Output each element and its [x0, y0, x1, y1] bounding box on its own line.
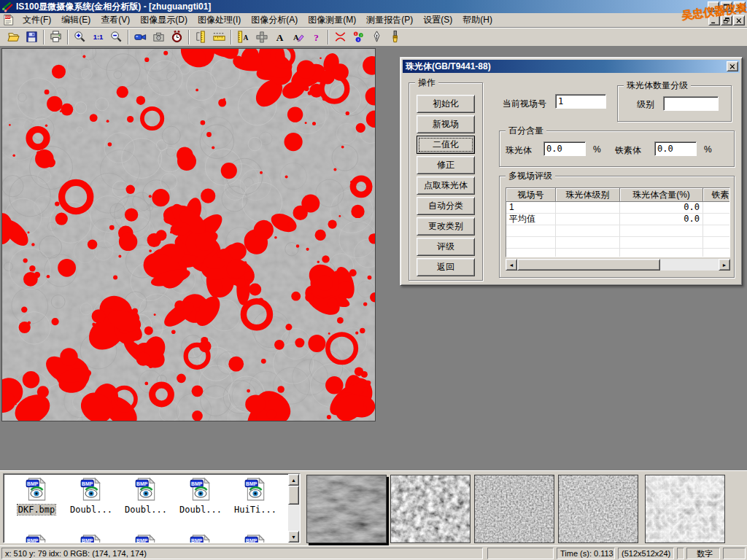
table-row[interactable]: [506, 225, 729, 237]
op-button-4[interactable]: 修正: [417, 156, 475, 174]
zoom-in-button[interactable]: [71, 28, 89, 45]
table-header-row: 视场号珠光体级别珠光体含量(%)铁素体: [506, 188, 729, 202]
menu-item-6[interactable]: 图像分析(A): [246, 12, 303, 28]
menu-item-3[interactable]: 查看(V): [96, 12, 135, 28]
op-button-8[interactable]: 评级: [417, 238, 475, 256]
annotate-button[interactable]: A: [289, 28, 307, 45]
camera-icon: [152, 30, 166, 44]
op-button-2[interactable]: 新视场: [417, 115, 475, 133]
curve-tool-button[interactable]: [331, 28, 349, 45]
table-row[interactable]: [506, 249, 729, 257]
text-label-button[interactable]: A: [271, 28, 289, 45]
table-cell: [703, 237, 730, 249]
svg-text:DOC: DOC: [4, 15, 12, 19]
file-item[interactable]: BMP: [174, 534, 227, 543]
table-cell: 0.0: [620, 214, 703, 225]
table-row[interactable]: 平均值0.0: [506, 214, 729, 225]
menu-item-10[interactable]: 帮助(H): [457, 12, 498, 28]
pen-button[interactable]: [368, 28, 386, 45]
dialog-title-bar[interactable]: 珠光体(GB/T9441-88): [403, 60, 740, 73]
percent-group: 百分含量 珠光体 % 铁素体 %: [499, 131, 735, 167]
op-button-6[interactable]: 自动分类: [417, 197, 475, 215]
op-button-5[interactable]: 点取珠光体: [417, 176, 475, 195]
level-input[interactable]: [663, 96, 719, 111]
op-button-9[interactable]: 返回: [417, 258, 475, 276]
actual-size-icon: 1:1: [91, 30, 105, 44]
svg-text:BMP: BMP: [136, 538, 148, 543]
preview-thumbnail-1[interactable]: [306, 475, 387, 543]
svg-text:?: ?: [314, 32, 319, 43]
pearlite-percent-input[interactable]: [543, 141, 586, 156]
table-row[interactable]: 10.0: [506, 202, 729, 214]
menu-item-7[interactable]: 图像测量(M): [303, 12, 361, 28]
dialog-close-button[interactable]: [727, 61, 738, 71]
preview-thumbnail-5[interactable]: [645, 475, 725, 543]
file-item[interactable]: BMPHuiTi...: [229, 477, 282, 515]
window-title: IS100显微摄像系统(金相分析版) - [zhuguangti01]: [16, 1, 211, 13]
scrollbar-thumb[interactable]: [288, 486, 299, 505]
preview-thumbnail-3[interactable]: [474, 475, 554, 543]
table-row[interactable]: [506, 237, 729, 249]
timer-button[interactable]: [168, 28, 186, 45]
merge-grid-button[interactable]: [252, 28, 271, 45]
scroll-left-icon[interactable]: ◄: [506, 259, 517, 271]
ferrite-percent-input[interactable]: [654, 141, 697, 156]
file-item[interactable]: BMP: [120, 534, 172, 543]
table-column-header[interactable]: 视场号: [506, 188, 556, 202]
status-bar: x: 510 y: 79 idx: 0 RGB: (174, 174, 174)…: [0, 545, 747, 560]
menu-item-2[interactable]: 编辑(E): [56, 12, 96, 28]
ruler-button[interactable]: [210, 28, 228, 45]
scrollbar-thumb[interactable]: [517, 259, 660, 271]
preview-thumbnail-2[interactable]: [390, 475, 471, 543]
table-column-header[interactable]: 珠光体级别: [556, 188, 620, 202]
file-item[interactable]: BMPDKF.bmp: [10, 477, 63, 515]
camera-button[interactable]: [150, 28, 168, 45]
bmp-file-icon: BMP: [174, 477, 227, 504]
caliper-button[interactable]: [192, 28, 210, 45]
file-item[interactable]: BMP: [229, 534, 282, 543]
file-list-scrollbar[interactable]: ▲ ▼: [288, 474, 300, 542]
menu-item-1[interactable]: 文件(F): [18, 12, 56, 28]
text-label-icon: A: [273, 30, 287, 44]
op-button-3[interactable]: 二值化: [417, 136, 475, 154]
file-item[interactable]: BMPDoubl...: [120, 477, 172, 515]
menu-item-8[interactable]: 测量报告(P): [361, 12, 418, 28]
svg-text:BMP: BMP: [246, 481, 258, 486]
file-browser[interactable]: ▲ ▼ BMPDKF.bmpBMPDoubl...BMPDoubl...BMPD…: [3, 473, 301, 543]
file-item[interactable]: BMP: [10, 534, 63, 543]
table-column-header[interactable]: 铁素体: [703, 188, 730, 202]
op-button-1[interactable]: 初始化: [417, 95, 475, 113]
classify-points-button[interactable]: 123: [349, 28, 368, 45]
mdi-close-button[interactable]: [733, 15, 745, 26]
scroll-right-icon[interactable]: ►: [719, 259, 730, 271]
menu-item-5[interactable]: 图像处理(I): [193, 12, 246, 28]
ferrite-unit: %: [704, 144, 712, 155]
zoom-out-button[interactable]: [107, 28, 125, 45]
table-horizontal-scrollbar[interactable]: ◄ ►: [506, 259, 730, 271]
measure-text-button[interactable]: A: [234, 28, 252, 45]
actual-size-button[interactable]: 1:1: [89, 28, 107, 45]
micrograph-view[interactable]: [1, 48, 376, 421]
help-button[interactable]: ?: [307, 28, 325, 45]
save-button[interactable]: [23, 28, 41, 45]
current-field-input[interactable]: [555, 94, 606, 109]
preview-thumbnail-4[interactable]: [558, 475, 638, 543]
print-button[interactable]: [47, 28, 65, 45]
operation-group: 操作 初始化新视场二值化修正点取珠光体自动分类更改类别评级返回: [409, 82, 483, 281]
file-item[interactable]: BMPDoubl...: [65, 477, 117, 515]
file-item[interactable]: BMPDoubl...: [174, 477, 227, 515]
file-item[interactable]: BMP: [65, 534, 117, 543]
menu-item-9[interactable]: 设置(S): [418, 12, 457, 28]
table-cell: [556, 214, 620, 225]
scroll-down-icon[interactable]: ▼: [288, 531, 299, 542]
table-column-header[interactable]: 珠光体含量(%): [620, 188, 703, 202]
brush-button[interactable]: [386, 28, 404, 45]
open-file-button[interactable]: [4, 28, 23, 45]
scroll-up-icon[interactable]: ▲: [288, 474, 299, 486]
time-status: Time (s): 0.113: [557, 548, 615, 559]
multi-field-table[interactable]: 视场号珠光体级别珠光体含量(%)铁素体10.0平均值0.0: [506, 187, 730, 257]
svg-text:BMP: BMP: [191, 538, 203, 543]
op-button-7[interactable]: 更改类别: [417, 217, 475, 236]
menu-item-4[interactable]: 图像显示(D): [135, 12, 193, 28]
video-camera-button[interactable]: [131, 28, 150, 45]
